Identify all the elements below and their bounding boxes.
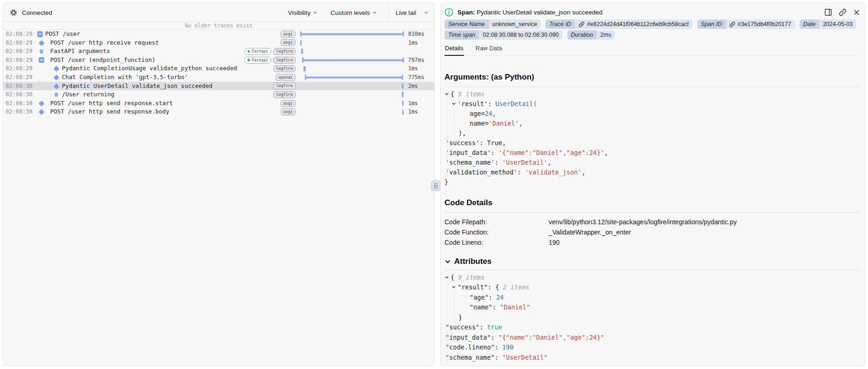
collapse-chevron[interactable] [444, 92, 451, 96]
tag-asgi: asgi [281, 108, 296, 115]
indent-guide [454, 292, 454, 322]
collapse-chevron[interactable] [451, 285, 458, 289]
trace-row[interactable]: 02:08:30POST /user http send response.st… [3, 99, 434, 108]
tag-logfire: logfire [273, 48, 296, 55]
connection-status-label: Connected [22, 9, 52, 16]
code-detail-label: Code Lineno: [444, 239, 549, 246]
trace-row[interactable]: 02:08:29POST /userasgi810ms [3, 30, 434, 39]
diamond-icon [53, 82, 60, 91]
badge-value: unknown_service [489, 20, 541, 29]
collapse-icon[interactable] [37, 30, 43, 39]
chevron-down-icon[interactable] [444, 275, 449, 280]
visibility-dropdown[interactable]: Visibility [288, 9, 318, 16]
collapse-icon[interactable] [38, 56, 45, 65]
collapse-chevron[interactable] [451, 101, 458, 106]
span-bar [300, 32, 404, 37]
chevron-down-icon [424, 10, 429, 15]
trace-row[interactable]: 02:08:30Pydantic UserDetail validate_jso… [3, 82, 434, 91]
trace-row-duration-bar [300, 107, 404, 116]
trace-row-duration-bar [300, 82, 404, 91]
trace-row-timestamp: 02:08:30 [6, 82, 33, 91]
trace-row[interactable]: 02:08:29POST /user http receive requesta… [3, 39, 434, 47]
code-line: 'validation_method': 'validate_json', [444, 167, 860, 177]
diamond-icon [38, 39, 45, 47]
tab-raw-data[interactable]: Raw Data [475, 43, 503, 55]
attributes-json-block: { 9 items"result": { 2 items"age": 24"na… [444, 272, 860, 362]
arguments-python-block: { 5 items'result': UserDetail(age=24,nam… [444, 89, 860, 187]
chevron-down-icon [313, 10, 317, 15]
trace-row-duration: 797ms [408, 56, 424, 65]
trace-row-name: Pydantic CompletionUsage validate_python… [62, 64, 237, 73]
tab-details[interactable]: Details [444, 43, 464, 56]
span-name: Pydantic UserDetail validate_json succee… [477, 9, 602, 16]
code-detail-row: Code Function:_ValidateWrapper._on_enter [444, 227, 860, 237]
trace-row-duration-bar [300, 99, 404, 108]
span-label: Span: [458, 9, 475, 16]
live-tail-dropdown[interactable]: Live tail [389, 3, 434, 22]
copy-link-icon[interactable] [839, 8, 847, 16]
close-icon[interactable] [853, 9, 860, 16]
trace-row-timestamp: 02:08:29 [6, 64, 33, 73]
trace-row[interactable]: 02:08:29FastAPI argumentsfastapilogfire [3, 47, 434, 56]
custom-levels-label: Custom levels [330, 9, 370, 16]
code-line: "input_data": "{"name":"Daniel","age":24… [444, 332, 860, 342]
span-title: Span: Pydantic UserDetail validate_json … [458, 9, 602, 16]
indent-guide [454, 108, 454, 138]
circle-icon [38, 47, 45, 56]
chevron-down-icon[interactable] [451, 101, 456, 106]
trace-rows: 02:08:29POST /userasgi810ms02:08:29POST … [3, 30, 434, 116]
meta-badge-date: Date2024-05-03 [800, 20, 856, 29]
trace-row-timestamp: 02:08:30 [6, 107, 33, 116]
chevron-down-icon[interactable] [451, 285, 456, 289]
tick-bar [402, 109, 404, 114]
dock-panel-icon[interactable] [824, 8, 832, 16]
diamond-icon [38, 107, 45, 116]
trace-row-duration: 810ms [408, 30, 424, 39]
trace-row-name: POST /user (endpoint_function) [50, 56, 155, 65]
trace-row-tags: asgi [281, 107, 296, 116]
trace-row-name: Pydantic UserDetail validate_json succee… [62, 82, 213, 91]
attributes-heading: Attributes [444, 257, 860, 266]
trace-list-toolbar: Connected Visibility Custom levels Live … [3, 3, 434, 22]
meta-badge-time-span: Time span02:08:30.088 to 02:08:30.090 [444, 30, 563, 40]
trace-row[interactable]: 02:08:30POST /user http send response.bo… [3, 107, 434, 116]
badge-value: 2024-05-03 [819, 20, 856, 29]
chevron-down-icon[interactable] [444, 258, 451, 265]
trace-row-duration-bar [300, 73, 404, 82]
trace-row-timestamp: 02:08:29 [6, 73, 33, 82]
green-dot-icon [248, 50, 250, 53]
trace-row-name: Chat Completion with 'gpt-3.5-turbo' [62, 73, 188, 82]
code-detail-label: Code Function: [444, 228, 549, 236]
custom-levels-dropdown[interactable]: Custom levels [330, 9, 377, 16]
tick-bar [300, 40, 302, 45]
tag-fastapi: fastapi [244, 48, 271, 55]
trace-row-duration: 2ms [408, 82, 418, 91]
trace-row-tags: fastapilogfire [244, 47, 296, 56]
trace-row-timestamp: 02:08:29 [6, 39, 33, 47]
gear-icon[interactable] [10, 9, 17, 16]
trace-row[interactable]: 02:08:29POST /user (endpoint_function)fa… [3, 56, 434, 65]
collapse-chevron[interactable] [444, 275, 451, 280]
live-tail-label: Live tail [396, 9, 416, 16]
badge-value[interactable]: #e8224d24d41f064b112c6eb9cb58cacf [575, 20, 693, 29]
code-line: name='Daniel', [444, 118, 860, 128]
trace-row-tags: asgi [281, 39, 296, 47]
trace-row-timestamp: 02:08:29 [6, 30, 33, 39]
trace-row[interactable]: 02:08:29Pydantic CompletionUsage validat… [3, 64, 434, 73]
trace-row[interactable]: 02:08:30/User returninglogfire [3, 90, 434, 99]
tag-asgi: asgi [281, 31, 296, 38]
info-icon [444, 8, 453, 17]
trace-row-duration-bar [300, 30, 404, 39]
circle-icon [53, 90, 60, 99]
tick-bar [402, 83, 404, 88]
trace-row-tags: fastapilogfire [244, 56, 296, 65]
trace-row-duration: 1ms [408, 64, 418, 73]
trace-row-duration-bar [300, 64, 404, 73]
trace-row[interactable]: 02:08:29Chat Completion with 'gpt-3.5-tu… [3, 73, 434, 82]
trace-row-tags: asgi [281, 99, 296, 108]
trace-row-tags: asgi [281, 30, 296, 39]
panel-resize-grip[interactable] [431, 181, 441, 191]
tick-bar [402, 92, 404, 97]
badge-value[interactable]: #3e175db4f0b20177 [726, 20, 795, 29]
chevron-down-icon[interactable] [444, 92, 449, 96]
